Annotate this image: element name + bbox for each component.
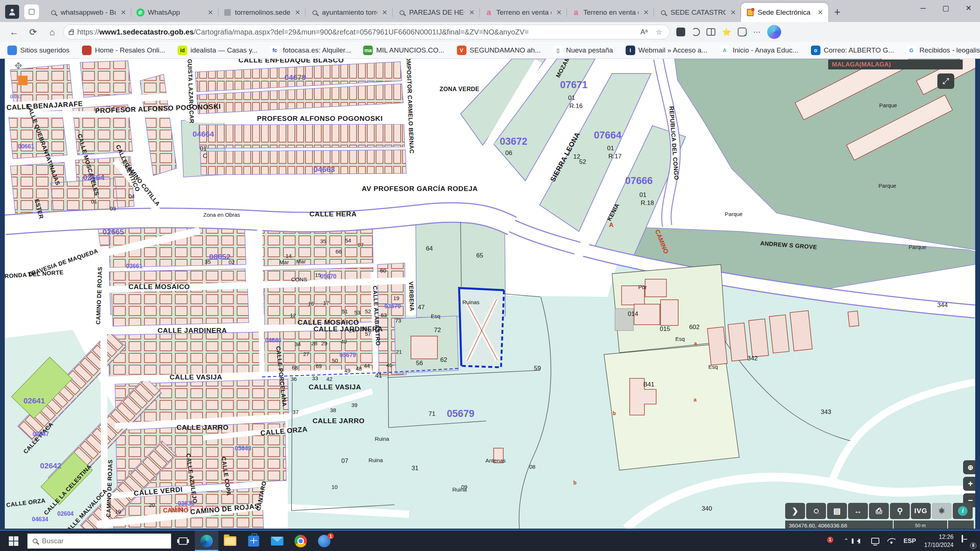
bookmark-item[interactable]: o Correo: ALBERTO G... xyxy=(811,46,894,55)
address-bar[interactable]: https://www1.sedecatastro.gob.es/Cartogr… xyxy=(63,25,670,39)
tray-app-icon[interactable]: 1 xyxy=(821,535,835,548)
collections-icon[interactable] xyxy=(738,27,746,37)
street-view-button[interactable]: ⚲ xyxy=(890,503,910,519)
zoom-in-button[interactable]: + xyxy=(963,477,975,491)
close-icon[interactable]: ✕ xyxy=(206,8,215,17)
fullscreen-button[interactable]: ⤢ xyxy=(937,73,954,89)
browser-essentials-icon[interactable] xyxy=(692,28,700,36)
extension-icon[interactable] xyxy=(676,27,685,37)
back-button[interactable]: ← xyxy=(6,24,22,40)
taskbar-chrome[interactable] xyxy=(289,531,312,551)
svg-text:40: 40 xyxy=(341,338,347,345)
svg-text:24: 24 xyxy=(349,327,355,333)
bookmark-item[interactable]: ma MIL ANUNCIOS.CO... xyxy=(363,46,444,55)
browser-tab[interactable]: ✆ a Terreno en venta en ca ✕ xyxy=(480,3,567,22)
overview-widget[interactable]: ✥ 0467 xyxy=(8,59,45,101)
svg-text:42: 42 xyxy=(326,376,332,382)
bookmark-item[interactable]: ▯ Nueva pestaña xyxy=(553,46,613,55)
wifi-icon[interactable] xyxy=(888,538,896,544)
ivg-button[interactable]: IVG xyxy=(911,503,931,519)
scale-indicator: 50 m xyxy=(893,521,948,529)
info-button[interactable]: i xyxy=(953,503,973,519)
search-tool-button[interactable] xyxy=(806,503,826,519)
cast-icon[interactable] xyxy=(871,538,879,544)
close-icon[interactable]: ✕ xyxy=(642,8,650,17)
coordinate-bar: 360476.60, 4066336.68 50 m xyxy=(785,521,974,529)
browser-tab[interactable]: ✆ a SEDE CATASTRO - Bús ✕ xyxy=(654,3,741,22)
svg-text:Zona en Obras: Zona en Obras xyxy=(203,211,240,218)
read-aloud-icon[interactable]: Aᵃ xyxy=(638,28,650,36)
overview-extent-box xyxy=(18,76,27,85)
svg-text:31: 31 xyxy=(412,465,419,472)
svg-text:Por: Por xyxy=(638,284,647,290)
print-button[interactable]: ⎙ xyxy=(869,503,889,519)
svg-text:CALLE JARDINERA: CALLE JARDINERA xyxy=(158,327,227,334)
bookmark-item[interactable]: fc fotocasa.es: Alquiler... xyxy=(270,46,351,55)
svg-text:04: 04 xyxy=(129,193,135,199)
svg-text:340: 340 xyxy=(702,505,712,512)
close-icon[interactable]: ✕ xyxy=(555,8,563,17)
maximize-button[interactable]: ▢ xyxy=(934,0,957,16)
cartography-button[interactable]: ⚛ xyxy=(932,503,952,519)
reload-button[interactable]: ⟳ xyxy=(25,24,41,40)
taskbar-edge[interactable] xyxy=(195,531,218,551)
tab-title: Sede Electrónica del C xyxy=(757,8,813,16)
bookmark-item[interactable]: id idealista — Casas y... xyxy=(178,46,257,55)
close-icon[interactable]: ✕ xyxy=(380,8,389,17)
browser-tab[interactable]: ✆ a PAREJAS DE HECHO JI ✕ xyxy=(393,3,480,22)
bookmark-item[interactable]: Home - Resales Onli... xyxy=(82,46,165,55)
locate-button[interactable]: ⊕ xyxy=(963,460,975,474)
close-icon[interactable]: ✕ xyxy=(468,8,476,17)
copilot-icon[interactable] xyxy=(767,25,781,39)
expand-panel-button[interactable]: ❯ xyxy=(785,503,805,519)
close-icon[interactable]: ✕ xyxy=(729,8,737,17)
notification-center[interactable]: 8 xyxy=(962,535,974,546)
bookmark-item[interactable]: A Inicio - Anaya Educ... xyxy=(720,46,799,55)
minimize-button[interactable]: ─ xyxy=(912,0,934,16)
browser-tab[interactable]: ✆ a whatsappweb - Búsqu ✕ xyxy=(44,3,131,22)
favorite-star-icon[interactable]: ☆ xyxy=(654,28,664,37)
profile-icon[interactable] xyxy=(5,5,19,19)
cadastral-map[interactable]: CALLE BENAJARAFE CALLE ENFEDAQUE BLASCO … xyxy=(5,59,975,529)
svg-text:20: 20 xyxy=(149,502,155,508)
more-options-icon[interactable]: ⋯ xyxy=(753,27,760,37)
search-input[interactable] xyxy=(42,537,145,545)
close-button[interactable]: ✕ xyxy=(957,0,980,16)
clock[interactable]: 12:26 17/10/2024 xyxy=(924,533,953,549)
measure-button[interactable]: ↔ xyxy=(848,503,868,519)
bookmark-item[interactable]: G Recibidos - leogalist... xyxy=(907,46,980,55)
svg-text:342: 342 xyxy=(747,355,757,362)
taskbar-mail[interactable] xyxy=(266,531,289,551)
close-icon[interactable]: ✕ xyxy=(119,8,127,17)
search-icon xyxy=(49,8,57,16)
browser-tab[interactable]: ✆ a WhatsApp ✕ xyxy=(131,3,218,22)
close-icon[interactable]: ✕ xyxy=(816,8,824,17)
taskbar-explorer[interactable] xyxy=(218,531,242,551)
taskbar-search[interactable] xyxy=(27,534,171,549)
layers-button[interactable]: ▤ xyxy=(827,503,847,519)
browser-tab[interactable]: ✆ a torremolinos.sedelect ✕ xyxy=(218,3,305,22)
workspace-icon[interactable] xyxy=(24,5,39,19)
start-button[interactable] xyxy=(0,531,27,551)
new-tab-button[interactable]: + xyxy=(828,6,846,22)
browser-tab[interactable]: ✆ a Terreno en venta en ca ✕ xyxy=(567,3,654,22)
home-button[interactable]: ⌂ xyxy=(44,24,60,40)
close-icon[interactable]: ✕ xyxy=(293,8,302,17)
taskbar-thunderbird[interactable]: 1 xyxy=(312,531,336,551)
hidden-icons-chevron[interactable]: ⌃ xyxy=(844,537,849,545)
split-screen-icon[interactable] xyxy=(706,28,715,36)
bookmark-item[interactable]: V SEGUNDAMANO ah... xyxy=(457,46,541,55)
url-text[interactable]: https://www1.sedecatastro.gob.es/Cartogr… xyxy=(77,28,635,37)
svg-text:41: 41 xyxy=(375,372,382,379)
browser-tab[interactable]: ✆ a ayuntamiento torrem ✕ xyxy=(305,3,393,22)
svg-text:29: 29 xyxy=(321,340,328,346)
bookmark-item[interactable]: Sitios sugeridos xyxy=(7,46,70,55)
bookmark-item[interactable]: I Webmail » Acceso a... xyxy=(626,46,708,55)
taskbar-store[interactable] xyxy=(242,531,266,551)
language-indicator[interactable]: ESP xyxy=(904,537,916,545)
browser-tab[interactable]: ✆ a Sede Electrónica del C ✕ xyxy=(741,3,828,22)
favorites-icon[interactable]: ⭐ xyxy=(722,27,731,37)
svg-text:CALLE MOSAICO: CALLE MOSAICO xyxy=(128,283,190,291)
task-view-button[interactable] xyxy=(171,531,195,551)
volume-icon[interactable] xyxy=(857,538,860,544)
